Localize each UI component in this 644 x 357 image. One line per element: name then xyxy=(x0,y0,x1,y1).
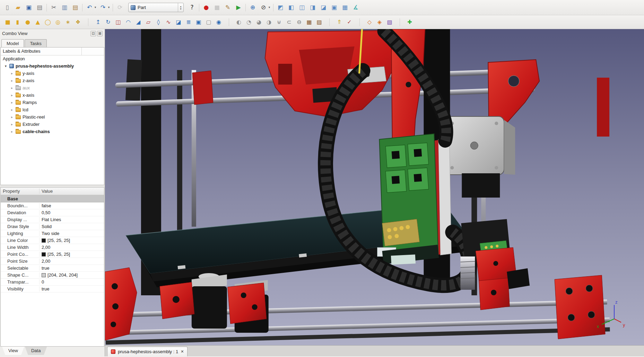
expander-closed-icon[interactable]: ▸ xyxy=(11,101,16,104)
part-join-embed-icon[interactable]: ⊂ xyxy=(284,17,294,27)
part-ruled-surface-icon[interactable]: ▱ xyxy=(143,17,153,27)
workbench-selector[interactable]: Part ▴ ▾ xyxy=(128,3,184,12)
refresh-icon[interactable]: ⟳ xyxy=(115,2,125,13)
add-icon[interactable]: ✚ xyxy=(405,17,415,27)
tree-item[interactable]: ▸ Extruder xyxy=(1,121,104,128)
tree-item[interactable]: ▸ Plastic-reel xyxy=(1,113,104,121)
property-row[interactable]: Deviation 0,50 xyxy=(1,209,104,216)
part-chamfer-icon[interactable]: ◢ xyxy=(133,17,143,27)
view-top-icon[interactable]: ◫ xyxy=(297,2,307,13)
part-tube-icon[interactable]: ◎ xyxy=(53,17,63,27)
part-cut-icon[interactable]: ◔ xyxy=(244,17,254,27)
view-right-icon[interactable]: ◨ xyxy=(307,2,318,13)
panel-float-button[interactable]: ⊡ xyxy=(90,31,96,36)
property-row[interactable]: Point Size 2,00 xyxy=(1,258,104,265)
file-new-icon[interactable]: ▯ xyxy=(2,2,12,13)
part-revolve-icon[interactable]: ↻ xyxy=(103,17,113,27)
expander-closed-icon[interactable]: ▸ xyxy=(11,130,16,133)
tree-item[interactable]: ▸ x-axis xyxy=(1,92,104,99)
3d-viewport[interactable]: z x y xyxy=(105,29,644,345)
expander-closed-icon[interactable]: ▸ xyxy=(11,71,16,75)
part-fillet-icon[interactable]: ◠ xyxy=(123,17,133,27)
part-intersection-icon[interactable]: ◑ xyxy=(264,17,274,27)
tree-item-application[interactable]: Application xyxy=(1,55,104,62)
expander-closed-icon[interactable]: ▸ xyxy=(11,93,16,97)
property-row[interactable]: Line Color [25, 25, 25] xyxy=(1,237,104,244)
document-tab[interactable]: prusa-hephestos-assembly : 1 ✕ xyxy=(107,347,188,356)
part-migrate-icon[interactable]: ⇑ xyxy=(334,17,344,27)
part-sphere-icon[interactable]: ● xyxy=(23,17,33,27)
panel-close-button[interactable]: ⊠ xyxy=(97,31,103,36)
undo-dropdown-icon[interactable]: ▾ xyxy=(93,2,97,13)
tree-item[interactable]: ▸ aux xyxy=(1,84,104,92)
expander-closed-icon[interactable]: ▸ xyxy=(11,115,16,119)
tab-view[interactable]: View xyxy=(2,347,24,355)
expander-closed-icon[interactable]: ▸ xyxy=(11,79,16,82)
expander-closed-icon[interactable]: ▸ xyxy=(11,86,16,90)
whats-this-icon[interactable]: ? xyxy=(187,2,197,13)
part-compound-filter-icon[interactable]: ▨ xyxy=(314,17,324,27)
tab-model[interactable]: Model xyxy=(1,39,24,47)
part-cross-sections-icon[interactable]: ≣ xyxy=(184,17,193,27)
tree-item[interactable]: ▸ cable-chains xyxy=(1,128,104,135)
part-cylinder-icon[interactable]: ▮ xyxy=(13,17,23,27)
view-isometric-icon[interactable]: ◩ xyxy=(275,2,286,13)
part-cone-icon[interactable]: ▲ xyxy=(33,17,43,27)
part-section-icon[interactable]: ◪ xyxy=(174,17,183,27)
copy-icon[interactable]: ▥ xyxy=(59,2,70,13)
part-primitives-icon[interactable]: ❖ xyxy=(73,17,83,27)
property-column-header[interactable]: Property xyxy=(1,189,40,194)
part-extrude-icon[interactable]: ↥ xyxy=(93,17,103,27)
part-check-geometry-icon[interactable]: ✓ xyxy=(345,17,354,27)
redo-dropdown-icon[interactable]: ▾ xyxy=(107,2,111,13)
paste-icon[interactable]: ▤ xyxy=(70,2,80,13)
property-row[interactable]: Boundin... false xyxy=(1,202,104,209)
cut-icon[interactable]: ✂ xyxy=(49,2,59,13)
part-join-cutout-icon[interactable]: ⊖ xyxy=(294,17,304,27)
part-thickness-icon[interactable]: ◉ xyxy=(214,17,224,27)
view-left-icon[interactable]: ▦ xyxy=(340,2,350,13)
tree-item-root-document[interactable]: ▾ prusa-hephestos-assembly xyxy=(1,62,104,70)
workbench-spinner[interactable]: ▴ ▾ xyxy=(178,3,183,12)
measure-icon[interactable]: ∡ xyxy=(350,2,361,13)
tree-item[interactable]: ▸ z-axis xyxy=(1,77,104,84)
macro-record-icon[interactable]: ● xyxy=(201,2,211,13)
expander-open-icon[interactable]: ▾ xyxy=(5,64,9,68)
tree-item[interactable]: ▸ Ramps xyxy=(1,99,104,106)
tree-item[interactable]: ▸ y-axis xyxy=(1,70,104,77)
view-bottom-icon[interactable]: ▣ xyxy=(329,2,339,13)
print-icon[interactable]: ▤ xyxy=(34,2,45,13)
file-open-icon[interactable]: ▰ xyxy=(13,2,23,13)
property-row[interactable]: Draw Style Solid xyxy=(1,223,104,230)
property-row[interactable]: Line Width 2,00 xyxy=(1,244,104,251)
property-row[interactable]: Shape C... [204, 204, 204] xyxy=(1,272,104,279)
property-group-base[interactable]: Base xyxy=(1,195,104,202)
part-sweep-icon[interactable]: ∿ xyxy=(164,17,173,27)
view-rear-icon[interactable]: ◪ xyxy=(318,2,329,13)
view-front-icon[interactable]: ◧ xyxy=(286,2,296,13)
tree-item[interactable]: ▸ lcd xyxy=(1,106,104,113)
property-row[interactable]: Selectable true xyxy=(1,265,104,272)
part-offset-3d-icon[interactable]: ▣ xyxy=(194,17,203,27)
tab-close-icon[interactable]: ✕ xyxy=(181,349,184,354)
macro-stop-icon[interactable]: ■ xyxy=(212,2,222,13)
part-face-colors-icon[interactable]: ▧ xyxy=(385,17,394,27)
part-offset-2d-icon[interactable]: ▢ xyxy=(204,17,214,27)
macro-play-icon[interactable]: ▶ xyxy=(233,2,244,13)
part-compound-icon[interactable]: ▦ xyxy=(304,17,314,27)
part-defeaturing-icon[interactable]: ◇ xyxy=(365,17,374,27)
part-torus-icon[interactable]: ◯ xyxy=(43,17,53,27)
part-box-icon[interactable]: ■ xyxy=(3,17,12,27)
property-row[interactable]: Point Co... [25, 25, 25] xyxy=(1,251,104,258)
tab-data[interactable]: Data xyxy=(25,347,47,355)
macro-edit-icon[interactable]: ✎ xyxy=(223,2,233,13)
property-row[interactable]: Visibility true xyxy=(1,286,104,293)
part-refine-shape-icon[interactable]: ◈ xyxy=(375,17,384,27)
draw-style-dropdown-icon[interactable]: ▾ xyxy=(267,2,271,13)
value-column-header[interactable]: Value xyxy=(40,189,104,194)
file-save-icon[interactable]: ▣ xyxy=(24,2,34,13)
expander-closed-icon[interactable]: ▸ xyxy=(11,122,16,126)
part-union-icon[interactable]: ◕ xyxy=(254,17,264,27)
part-join-connect-icon[interactable]: ⊎ xyxy=(274,17,284,27)
labels-attributes-header[interactable]: Labels & Attributes xyxy=(1,47,82,55)
